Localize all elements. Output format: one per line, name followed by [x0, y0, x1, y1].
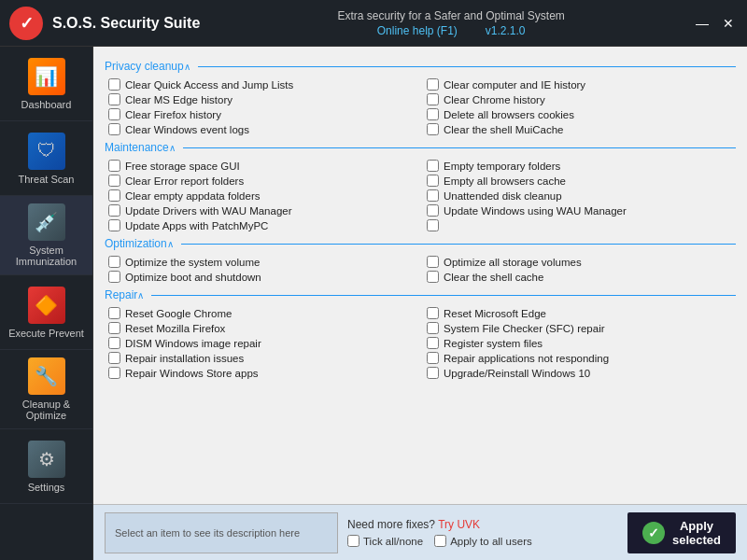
checkbox[interactable] — [427, 123, 439, 135]
checkbox[interactable] — [427, 93, 439, 105]
list-item[interactable]: Repair installation issues — [108, 352, 417, 364]
list-item[interactable]: Clear Chrome history — [427, 93, 736, 105]
sidebar-label-cleanup-optimize: Cleanup & Optimize — [4, 399, 89, 421]
list-item[interactable]: Delete all browsers cookies — [427, 108, 736, 120]
list-item[interactable]: Unattended disk cleanup — [427, 189, 736, 202]
checkbox[interactable] — [108, 108, 120, 120]
checkbox[interactable] — [108, 367, 120, 379]
sidebar-item-cleanup-optimize[interactable]: 🔧 Cleanup & Optimize — [0, 350, 92, 429]
sidebar-item-settings[interactable]: ⚙ Settings — [0, 429, 92, 504]
list-item[interactable]: Optimize boot and shutdown — [108, 271, 417, 283]
checkbox[interactable] — [427, 219, 439, 231]
list-item[interactable]: Clear the shell MuiCache — [427, 123, 736, 135]
list-item[interactable]: Clear Error report folders — [108, 175, 417, 187]
online-help-link[interactable]: Online help (F1) — [377, 24, 458, 37]
checkbox[interactable] — [108, 352, 120, 364]
checkbox[interactable] — [427, 189, 439, 202]
try-uvk-link[interactable]: Try UVK — [438, 518, 480, 531]
checkbox[interactable] — [108, 123, 120, 135]
list-item[interactable]: Clear the shell cache — [427, 271, 736, 283]
checkbox[interactable] — [427, 307, 439, 319]
chevron-up-icon[interactable]: ∧ — [137, 290, 144, 301]
system-immunization-icon: 💉 — [28, 203, 65, 241]
titlebar: S.O.S. Security Suite Extra security for… — [0, 0, 747, 47]
list-item[interactable]: Update Apps with PatchMyPC — [108, 219, 417, 231]
list-item[interactable]: Reset Mozilla Firefox — [108, 322, 417, 334]
checkbox[interactable] — [108, 175, 120, 187]
checkbox[interactable] — [427, 352, 439, 364]
list-item[interactable]: Optimize all storage volumes — [427, 256, 736, 268]
apply-to-all-checkbox[interactable] — [434, 535, 446, 547]
list-item[interactable]: Clear empty appdata folders — [108, 189, 417, 202]
checkbox[interactable] — [427, 108, 439, 120]
checkbox[interactable] — [108, 337, 120, 349]
list-item[interactable]: DISM Windows image repair — [108, 337, 417, 349]
checkbox[interactable] — [108, 189, 120, 202]
checkbox[interactable] — [108, 307, 120, 319]
list-item[interactable]: Update Windows using WAU Manager — [427, 204, 736, 217]
list-item[interactable]: Optimize the system volume — [108, 256, 417, 268]
list-item[interactable]: Clear MS Edge history — [108, 93, 417, 105]
sidebar-item-dashboard[interactable]: 📊 Dashboard — [0, 47, 92, 121]
checkbox[interactable] — [108, 204, 120, 217]
checkbox[interactable] — [427, 160, 439, 172]
chevron-up-icon[interactable]: ∧ — [169, 143, 176, 153]
list-item[interactable]: Clear computer and IE history — [427, 78, 736, 91]
sidebar-item-threat-scan[interactable]: 🛡 Threat Scan — [0, 121, 92, 196]
sidebar-item-execute-prevent[interactable]: 🔶 Execute Prevent — [0, 275, 92, 350]
list-item[interactable]: Update Drivers with WAU Manager — [108, 204, 417, 217]
list-item[interactable]: Clear Windows event logs — [108, 123, 417, 135]
list-item[interactable]: Upgrade/Reinstall Windows 10 — [427, 367, 736, 379]
list-item[interactable] — [427, 219, 736, 231]
checkbox[interactable] — [427, 367, 439, 379]
checkbox[interactable] — [108, 271, 120, 283]
apply-selected-button[interactable]: ✓ Apply selected — [627, 512, 736, 553]
checkbox[interactable] — [108, 78, 120, 91]
content-area: Privacy cleanup ∧Clear Quick Access and … — [93, 47, 747, 560]
window-controls: — ✕ — [693, 14, 738, 33]
chevron-up-icon[interactable]: ∧ — [184, 62, 190, 72]
list-item[interactable]: Reset Microsoft Edge — [427, 307, 736, 319]
list-item[interactable]: Free storage space GUI — [108, 160, 417, 172]
list-item[interactable]: Register system files — [427, 337, 736, 349]
minimize-button[interactable]: — — [693, 14, 712, 33]
checkbox[interactable] — [427, 204, 439, 217]
sidebar-item-system-immunization[interactable]: 💉 System Immunization — [0, 196, 92, 275]
close-button[interactable]: ✕ — [719, 14, 738, 33]
threat-scan-icon: 🛡 — [28, 133, 65, 170]
checkbox-grid-maintenance: Free storage space GUIEmpty temporary fo… — [105, 160, 736, 231]
apply-btn-text: Apply selected — [672, 519, 721, 547]
tick-all-checkbox[interactable] — [347, 535, 359, 547]
checkbox[interactable] — [427, 78, 439, 91]
list-item[interactable]: System File Checker (SFC) repair — [427, 322, 736, 334]
apply-to-all-label[interactable]: Apply to all users — [434, 535, 532, 547]
list-item[interactable]: Reset Google Chrome — [108, 307, 417, 319]
sidebar-label-settings: Settings — [28, 482, 65, 493]
checkbox[interactable] — [108, 93, 120, 105]
checkbox[interactable] — [427, 256, 439, 268]
list-item[interactable]: Repair applications not responding — [427, 352, 736, 364]
checkbox[interactable] — [427, 175, 439, 187]
main-window: S.O.S. Security Suite Extra security for… — [0, 0, 747, 560]
checkbox[interactable] — [108, 160, 120, 172]
checkbox[interactable] — [108, 219, 120, 231]
checkbox[interactable] — [427, 337, 439, 349]
checkbox[interactable] — [108, 322, 120, 334]
tagline: Extra security for a Safer and Optimal S… — [218, 9, 684, 22]
sidebar-label-execute-prevent: Execute Prevent — [8, 328, 84, 339]
checkbox[interactable] — [108, 256, 120, 268]
checkbox[interactable] — [427, 322, 439, 334]
version-link[interactable]: v1.2.1.0 — [486, 24, 526, 37]
section-header-repair: Repair ∧ — [105, 288, 736, 301]
list-item[interactable]: Clear Quick Access and Jump Lists — [108, 78, 417, 91]
list-item[interactable]: Empty temporary folders — [427, 160, 736, 172]
section-repair: Repair ∧Reset Google ChromeReset Microso… — [105, 288, 736, 379]
sidebar-label-system-immunization: System Immunization — [4, 245, 89, 267]
chevron-up-icon[interactable]: ∧ — [167, 239, 174, 249]
checkbox[interactable] — [427, 271, 439, 283]
list-item[interactable]: Clear Firefox history — [108, 108, 417, 120]
list-item[interactable]: Empty all browsers cache — [427, 175, 736, 187]
tick-all-label[interactable]: Tick all/none — [347, 535, 423, 547]
list-item[interactable]: Repair Windows Store apps — [108, 367, 417, 379]
content-main: Privacy cleanup ∧Clear Quick Access and … — [93, 47, 747, 504]
